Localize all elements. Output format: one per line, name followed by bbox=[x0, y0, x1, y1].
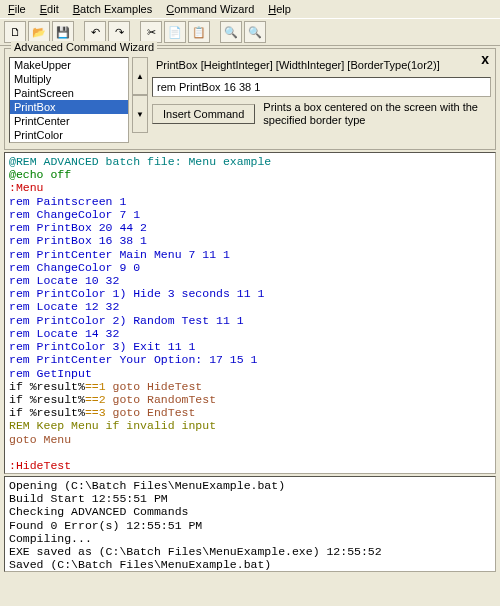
list-scroll[interactable]: ▲ ▼ bbox=[132, 57, 148, 133]
menu-help[interactable]: Help bbox=[268, 3, 291, 15]
command-listbox[interactable]: MakeUpperMultiplyPaintScreenPrintBoxPrin… bbox=[9, 57, 129, 143]
find-icon[interactable]: 🔍 bbox=[220, 21, 242, 43]
command-description: Prints a box centered on the screen with… bbox=[263, 101, 491, 127]
list-item[interactable]: PrintBox bbox=[10, 100, 128, 114]
code-editor[interactable]: @REM ADVANCED batch file: Menu example@e… bbox=[4, 152, 496, 474]
menu-batch[interactable]: Batch Examples bbox=[73, 3, 153, 15]
menu-edit[interactable]: Edit bbox=[40, 3, 59, 15]
menu-file[interactable]: File bbox=[8, 3, 26, 15]
list-item[interactable]: PrintColor bbox=[10, 128, 128, 142]
paste-icon[interactable]: 📋 bbox=[188, 21, 210, 43]
list-item[interactable]: Multiply bbox=[10, 72, 128, 86]
findnext-icon[interactable]: 🔍 bbox=[244, 21, 266, 43]
open-icon[interactable]: 📂 bbox=[28, 21, 50, 43]
copy-icon[interactable]: 📄 bbox=[164, 21, 186, 43]
command-wizard-panel: Advanced Command Wizard x MakeUpperMulti… bbox=[4, 48, 496, 150]
new-icon[interactable]: 🗋 bbox=[4, 21, 26, 43]
undo-icon[interactable]: ↶ bbox=[84, 21, 106, 43]
menu-wizard[interactable]: Command Wizard bbox=[166, 3, 254, 15]
cut-icon[interactable]: ✂ bbox=[140, 21, 162, 43]
scroll-up-icon[interactable]: ▲ bbox=[132, 57, 148, 95]
insert-command-button[interactable]: Insert Command bbox=[152, 104, 255, 124]
list-item[interactable]: MakeUpper bbox=[10, 58, 128, 72]
save-icon[interactable]: 💾 bbox=[52, 21, 74, 43]
list-item[interactable]: PaintScreen bbox=[10, 86, 128, 100]
command-syntax: PrintBox [HeightInteger] [WidthInteger] … bbox=[152, 57, 491, 73]
output-pane: Opening (C:\Batch Files\MenuExample.bat)… bbox=[4, 476, 496, 572]
redo-icon[interactable]: ↷ bbox=[108, 21, 130, 43]
scroll-down-icon[interactable]: ▼ bbox=[132, 95, 148, 133]
menubar: File Edit Batch Examples Command Wizard … bbox=[0, 0, 500, 18]
list-item[interactable]: PrintCenter bbox=[10, 114, 128, 128]
close-icon[interactable]: x bbox=[481, 51, 489, 67]
wizard-title: Advanced Command Wizard bbox=[11, 41, 157, 53]
command-input[interactable] bbox=[152, 77, 491, 97]
